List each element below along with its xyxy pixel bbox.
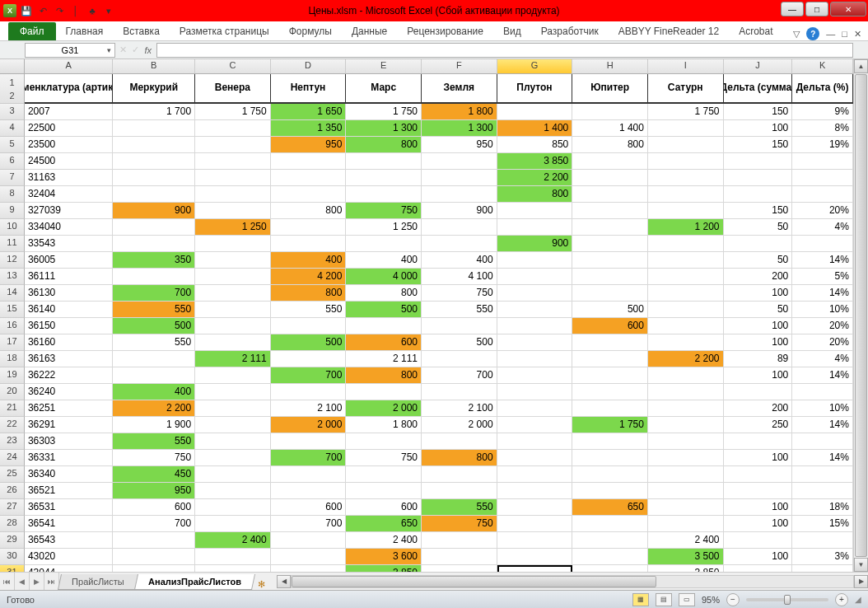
cell[interactable] <box>497 302 573 318</box>
cell[interactable] <box>572 384 648 400</box>
cell[interactable] <box>572 450 648 466</box>
cell[interactable]: 600 <box>346 499 422 516</box>
scroll-left-icon[interactable]: ◀ <box>277 575 291 588</box>
cell[interactable]: 36240 <box>25 384 114 400</box>
header-cell[interactable]: Плутон <box>497 74 573 104</box>
row-header[interactable]: 13 <box>0 269 25 285</box>
cell[interactable]: 900 <box>497 236 573 252</box>
cell[interactable] <box>195 120 271 137</box>
cell[interactable]: 2 000 <box>422 417 497 433</box>
cell[interactable] <box>572 549 648 565</box>
cell[interactable]: 800 <box>497 186 573 203</box>
cell[interactable] <box>648 203 724 219</box>
cell[interactable] <box>572 269 648 285</box>
cell[interactable] <box>195 483 271 499</box>
cell[interactable]: 36251 <box>25 400 114 417</box>
cell[interactable] <box>724 186 793 203</box>
cell[interactable]: 750 <box>422 516 497 532</box>
row-header[interactable]: 12 <box>0 74 25 104</box>
cell[interactable]: 1 400 <box>572 120 648 137</box>
cell[interactable] <box>113 186 195 203</box>
maximize-button[interactable]: □ <box>805 2 828 16</box>
row-header[interactable]: 9 <box>0 203 25 219</box>
cell[interactable]: 600 <box>271 499 347 516</box>
zoom-in-icon[interactable]: + <box>835 593 848 606</box>
cell[interactable]: 19% <box>792 137 853 153</box>
cell[interactable]: 3 850 <box>346 565 422 572</box>
cell[interactable] <box>195 269 271 285</box>
col-header[interactable]: B <box>113 59 195 73</box>
cell[interactable] <box>113 565 195 572</box>
cell[interactable]: 36340 <box>25 466 114 483</box>
cell[interactable]: 700 <box>422 367 497 384</box>
cell[interactable]: 450 <box>113 466 195 483</box>
header-cell[interactable]: Земля <box>422 74 497 104</box>
cell[interactable] <box>648 137 724 153</box>
cell[interactable] <box>792 186 853 203</box>
scroll-down-icon[interactable]: ▼ <box>854 558 868 572</box>
new-sheet-icon[interactable]: ✻ <box>252 579 270 590</box>
cell[interactable] <box>792 153 853 170</box>
cell[interactable] <box>195 466 271 483</box>
cell[interactable]: 100 <box>724 285 793 302</box>
row-header[interactable]: 30 <box>0 549 25 565</box>
cell[interactable]: 550 <box>113 334 195 351</box>
cell[interactable]: 100 <box>724 334 793 351</box>
cell[interactable] <box>195 367 271 384</box>
cell[interactable]: 14% <box>792 367 853 384</box>
hscroll-thumb[interactable] <box>292 576 656 587</box>
cell[interactable] <box>648 367 724 384</box>
cell[interactable] <box>195 334 271 351</box>
cell[interactable]: 550 <box>113 302 195 318</box>
tab-formulas[interactable]: Формулы <box>279 22 342 40</box>
row-header[interactable]: 31 <box>0 565 25 572</box>
row-header[interactable]: 3 <box>0 104 25 120</box>
cell[interactable]: 1 900 <box>113 417 195 433</box>
cell[interactable]: 200 <box>724 269 793 285</box>
cell[interactable] <box>724 466 793 483</box>
cell[interactable] <box>648 400 724 417</box>
tab-page-layout[interactable]: Разметка страницы <box>170 22 279 40</box>
cell[interactable] <box>572 466 648 483</box>
cell[interactable]: 2 100 <box>422 400 497 417</box>
cell[interactable] <box>422 351 497 367</box>
row-header[interactable]: 17 <box>0 334 25 351</box>
cell[interactable]: 350 <box>113 252 195 269</box>
cell[interactable]: 36150 <box>25 318 114 334</box>
cell[interactable] <box>572 532 648 549</box>
col-header[interactable]: I <box>648 59 724 73</box>
cell[interactable]: 400 <box>113 384 195 400</box>
row-header[interactable]: 23 <box>0 433 25 450</box>
cell[interactable]: 4 100 <box>422 269 497 285</box>
cell[interactable] <box>648 269 724 285</box>
cell[interactable]: 14% <box>792 252 853 269</box>
cell[interactable] <box>572 186 648 203</box>
cell[interactable] <box>422 318 497 334</box>
cell[interactable] <box>724 532 793 549</box>
header-cell[interactable]: Номенклатура (артикул) <box>25 74 114 104</box>
cell[interactable] <box>724 483 793 499</box>
cell[interactable]: 550 <box>422 499 497 516</box>
cell[interactable]: 2 200 <box>113 400 195 417</box>
cell[interactable] <box>792 433 853 450</box>
zoom-level[interactable]: 95% <box>702 595 720 605</box>
cell[interactable]: 1 400 <box>497 120 573 137</box>
cell[interactable]: 2 111 <box>195 351 271 367</box>
tab-prev-icon[interactable]: ◀ <box>15 573 30 590</box>
cell[interactable]: 36303 <box>25 433 114 450</box>
row-header[interactable]: 27 <box>0 499 25 516</box>
cell[interactable]: 800 <box>422 450 497 466</box>
horizontal-scrollbar[interactable]: ◀ ▶ <box>277 573 868 590</box>
cell[interactable] <box>572 565 648 572</box>
cell[interactable]: 750 <box>346 450 422 466</box>
row-header[interactable]: 18 <box>0 351 25 367</box>
cell[interactable] <box>648 499 724 516</box>
cell[interactable] <box>422 483 497 499</box>
scroll-up-icon[interactable]: ▲ <box>854 59 868 73</box>
cell[interactable]: 1 300 <box>422 120 497 137</box>
cell[interactable]: 950 <box>422 137 497 153</box>
cell[interactable]: 800 <box>572 137 648 153</box>
cell[interactable]: 36222 <box>25 367 114 384</box>
cell[interactable]: 500 <box>113 318 195 334</box>
cell[interactable]: 8% <box>792 120 853 137</box>
